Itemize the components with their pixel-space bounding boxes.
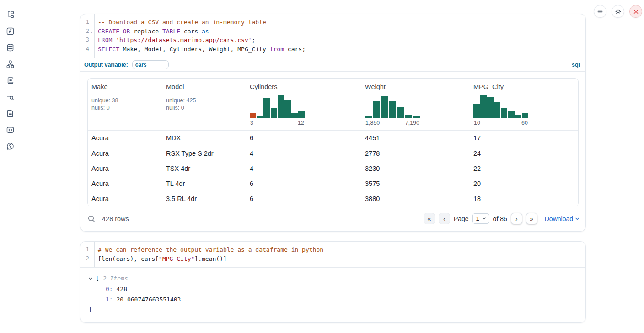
python-code-lines: 1# We can reference the output variable … [80,245,585,263]
total-pages-label: of 86 [493,215,507,222]
dependency-graph-icon[interactable] [6,60,15,69]
table-cell: RSX Type S 2dr [162,150,246,157]
table-cell: 3880 [361,195,470,202]
histogram-bar[interactable] [250,113,256,118]
histogram-bar[interactable] [494,102,501,118]
tree-value: 428 [113,285,127,292]
histogram-bar[interactable] [373,101,380,118]
line-number: 3 [80,36,89,45]
table-cell: MDX [162,134,246,142]
snippets-icon[interactable] [6,126,15,134]
table-cell: 18 [470,195,578,202]
histogram-axis-labels: 312 [250,120,305,126]
code-text: FROM 'https://datasets.marimo.app/cars.c… [94,36,255,45]
histogram-bar[interactable] [278,95,284,118]
histogram-bar[interactable] [405,115,412,118]
histogram-bar[interactable] [480,95,487,118]
line-number: 4 [80,45,89,54]
histogram-bar[interactable] [501,108,508,118]
tree-entry: 1: 20.060747663551403 [106,295,578,305]
table-cell: 22 [470,165,578,172]
histogram-bar[interactable] [291,113,298,118]
output-variable-input[interactable] [132,60,169,69]
page-select-value: 1 [476,215,479,222]
scroll-icon[interactable] [6,76,15,85]
collapse-chevron-icon[interactable] [88,276,93,281]
table-row[interactable]: Acura3.5 RL 4dr6388018 [88,191,578,206]
table-cell: Acura [88,134,162,142]
code-line: 4SELECT Make, Model, Cylinders, Weight, … [80,45,585,54]
histogram-bar[interactable] [487,97,494,118]
settings-button[interactable] [612,5,624,18]
fold-spacer [89,245,94,254]
table-row[interactable]: AcuraTSX 4dr4323022 [88,161,578,176]
column-name: Cylinders [250,83,358,90]
histogram-bar[interactable] [257,116,263,118]
fold-spacer [89,36,94,45]
table-cell: Acura [88,180,162,187]
help-icon[interactable] [6,142,15,151]
last-page-button[interactable]: » [526,213,537,224]
histogram-bar[interactable] [522,113,528,118]
histogram-bar[interactable] [263,98,270,118]
document-icon[interactable] [6,109,15,118]
notebook-content: 1-- Download a CSV and create an in-memo… [80,14,586,323]
table-row[interactable]: AcuraTL 4dr6357520 [88,176,578,191]
search-icon[interactable] [87,215,96,223]
database-icon[interactable] [6,43,15,52]
table-body: AcuraMDX6445117AcuraRSX Type S 2dr427782… [88,131,578,206]
histogram-axis-labels: 1,8507,190 [365,120,420,126]
sidebar [0,0,20,333]
table-cell: TL 4dr [162,180,246,187]
column-header-cylinders[interactable]: Cylinders312 [246,79,361,130]
gear-icon [615,8,622,15]
table-cell: 3230 [361,165,470,172]
python-output: [ 2 Items 0: 4281: 20.060747663551403 ] [80,267,585,322]
line-number: 1 [80,18,89,27]
tree-key: 1: [106,296,113,303]
download-button[interactable]: Download [545,215,580,222]
sql-code-editor[interactable]: 1-- Download a CSV and create an in-memo… [80,14,585,58]
histogram-bar[interactable] [397,107,404,118]
function-icon[interactable] [6,27,15,36]
column-header-make[interactable]: Makeunique: 38nulls: 0 [88,79,162,130]
log-search-icon[interactable] [6,93,15,101]
histogram-bar[interactable] [298,111,305,118]
column-header-mpg_city[interactable]: MPG_City1060 [470,79,578,130]
column-name: MPG_City [473,83,574,90]
column-name: Make [91,83,159,90]
histogram-bar[interactable] [508,111,515,118]
histogram-bar[interactable] [413,116,420,118]
table-cell: 20 [470,180,578,187]
histogram-bar[interactable] [271,108,277,118]
column-header-weight[interactable]: Weight1,8507,190 [361,79,470,130]
page-select[interactable]: 1 [472,213,489,224]
histogram-bar[interactable] [473,104,480,118]
output-variable-row: Output variable: sql [80,58,585,72]
histogram-bar[interactable] [284,100,291,118]
fold-chevron-icon[interactable]: ⌄ [89,27,94,36]
fold-spacer [89,45,94,54]
table-row[interactable]: AcuraRSX Type S 2dr4277824 [88,146,578,161]
histogram-bar[interactable] [365,116,372,118]
python-code-editor[interactable]: 1# We can reference the output variable … [80,242,585,267]
tree-key: 0: [106,285,113,292]
histogram-bar[interactable] [389,101,396,118]
histogram-bar[interactable] [515,115,521,118]
menu-button[interactable] [594,5,606,18]
table-cell: Acura [88,150,162,157]
file-tree-icon[interactable] [6,11,15,19]
column-header-model[interactable]: Modelunique: 425nulls: 0 [162,79,246,130]
table-row[interactable]: AcuraMDX6445117 [88,131,578,146]
pagination: « ‹ Page 1 of 86 › » Download [424,213,580,224]
prev-page-button[interactable]: ‹ [439,213,450,224]
first-page-button[interactable]: « [424,213,435,224]
code-line: 2[len(cars), cars["MPG_City"].mean()] [80,254,585,264]
table-cell: 6 [246,134,361,142]
close-bracket: ] [88,306,578,313]
open-bracket: [ [96,275,99,282]
close-button[interactable] [629,5,642,18]
histogram-bar[interactable] [381,96,388,118]
page-label: Page [454,215,469,222]
next-page-button[interactable]: › [511,213,522,224]
